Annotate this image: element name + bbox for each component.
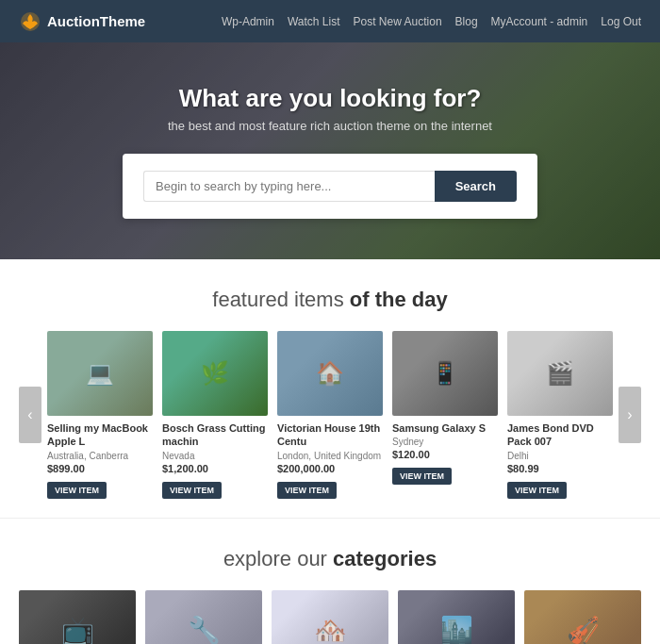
cat-thumb-2: 🏘️ bbox=[272, 590, 388, 644]
logo[interactable]: AuctionTheme bbox=[19, 10, 145, 33]
logo-text: AuctionTheme bbox=[47, 13, 145, 29]
cat-thumb-4: 🎻 bbox=[524, 590, 641, 644]
main-nav: Wp-Admin Watch List Post New Auction Blo… bbox=[222, 15, 641, 28]
item-thumb-0: 💻 bbox=[47, 331, 153, 416]
categories-title: explore our categories bbox=[19, 547, 641, 571]
featured-items-grid: 💻 Selling my MacBook Apple L Australia, … bbox=[41, 331, 619, 499]
view-item-btn-0[interactable]: VIEW ITEM bbox=[47, 482, 107, 499]
hero-section: What are you looking for? the best and m… bbox=[0, 42, 660, 259]
featured-carousel: ‹ 💻 Selling my MacBook Apple L Australia… bbox=[19, 331, 641, 499]
item-card-0: 💻 Selling my MacBook Apple L Australia, … bbox=[47, 331, 153, 499]
featured-title-plain: featured items bbox=[212, 288, 350, 311]
search-button[interactable]: Search bbox=[435, 171, 517, 202]
cat-thumb-1: 🔧 bbox=[145, 590, 262, 644]
search-input[interactable] bbox=[143, 171, 435, 202]
item-card-3: 📱 Samsung Galaxy S Sydney $120.00 VIEW I… bbox=[392, 331, 498, 499]
carousel-next[interactable]: › bbox=[619, 387, 641, 443]
item-title-0: Selling my MacBook Apple L bbox=[47, 421, 153, 449]
featured-title-bold: of the day bbox=[350, 288, 448, 311]
featured-section: featured items of the day ‹ 💻 Selling my… bbox=[0, 259, 660, 518]
header: AuctionTheme Wp-Admin Watch List Post Ne… bbox=[0, 0, 660, 42]
cat-thumb-3: 🏙️ bbox=[398, 590, 515, 644]
item-card-1: 🌿 Bosch Grass Cutting machin Nevada $1,2… bbox=[162, 331, 268, 499]
categories-grid: 📺 Digital TV 🔧 Hardware 🏘️ Houses 🏙️ Hou… bbox=[19, 590, 641, 644]
item-title-4: James Bond DVD Pack 007 bbox=[507, 421, 613, 449]
item-title-1: Bosch Grass Cutting machin bbox=[162, 421, 268, 449]
categories-title-bold: categories bbox=[333, 547, 437, 570]
item-thumb-1: 🌿 bbox=[162, 331, 268, 416]
cat-thumb-0: 📺 bbox=[19, 590, 136, 644]
hero-content: What are you looking for? the best and m… bbox=[123, 84, 537, 219]
item-price-1: $1,200.00 bbox=[162, 463, 268, 474]
nav-log-out[interactable]: Log Out bbox=[601, 15, 641, 28]
item-thumb-3: 📱 bbox=[392, 331, 498, 416]
cat-card-0[interactable]: 📺 Digital TV bbox=[19, 590, 136, 644]
view-item-btn-3[interactable]: VIEW ITEM bbox=[392, 468, 452, 485]
nav-my-account[interactable]: MyAccount - admin bbox=[491, 15, 588, 28]
carousel-prev[interactable]: ‹ bbox=[19, 387, 41, 443]
item-price-4: $80.99 bbox=[507, 463, 613, 474]
categories-title-plain: explore our bbox=[223, 547, 333, 570]
item-location-3: Sydney bbox=[392, 437, 498, 447]
item-location-2: London, United Kingdom bbox=[277, 451, 383, 461]
nav-wp-admin[interactable]: Wp-Admin bbox=[222, 15, 274, 28]
item-price-3: $120.00 bbox=[392, 449, 498, 460]
item-thumb-2: 🏠 bbox=[277, 331, 383, 416]
featured-title: featured items of the day bbox=[19, 288, 641, 312]
view-item-btn-1[interactable]: VIEW ITEM bbox=[162, 482, 222, 499]
nav-watch-list[interactable]: Watch List bbox=[288, 15, 340, 28]
nav-blog[interactable]: Blog bbox=[455, 15, 478, 28]
item-card-4: 🎬 James Bond DVD Pack 007 Delhi $80.99 V… bbox=[507, 331, 613, 499]
nav-post-auction[interactable]: Post New Auction bbox=[354, 15, 442, 28]
item-price-0: $899.00 bbox=[47, 463, 153, 474]
item-card-2: 🏠 Victorian House 19th Centu London, Uni… bbox=[277, 331, 383, 499]
item-title-2: Victorian House 19th Centu bbox=[277, 421, 383, 449]
item-title-3: Samsung Galaxy S bbox=[392, 421, 498, 435]
hero-subtitle: the best and most feature rich auction t… bbox=[123, 119, 537, 133]
cat-card-3[interactable]: 🏙️ Housing bbox=[398, 590, 515, 644]
item-price-2: $200,000.00 bbox=[277, 463, 383, 474]
search-box: Search bbox=[123, 154, 537, 219]
item-location-4: Delhi bbox=[507, 451, 613, 461]
view-item-btn-2[interactable]: VIEW ITEM bbox=[277, 482, 337, 499]
item-location-0: Australia, Canberra bbox=[47, 451, 153, 461]
cat-card-1[interactable]: 🔧 Hardware bbox=[145, 590, 262, 644]
hero-title: What are you looking for? bbox=[123, 84, 537, 113]
item-thumb-4: 🎬 bbox=[507, 331, 613, 416]
view-item-btn-4[interactable]: VIEW ITEM bbox=[507, 482, 567, 499]
categories-section: explore our categories 📺 Digital TV 🔧 Ha… bbox=[0, 519, 660, 644]
cat-card-2[interactable]: 🏘️ Houses bbox=[272, 590, 388, 644]
item-location-1: Nevada bbox=[162, 451, 268, 461]
cat-card-4[interactable]: 🎻 Music & Art bbox=[524, 590, 641, 644]
logo-icon bbox=[19, 10, 41, 33]
